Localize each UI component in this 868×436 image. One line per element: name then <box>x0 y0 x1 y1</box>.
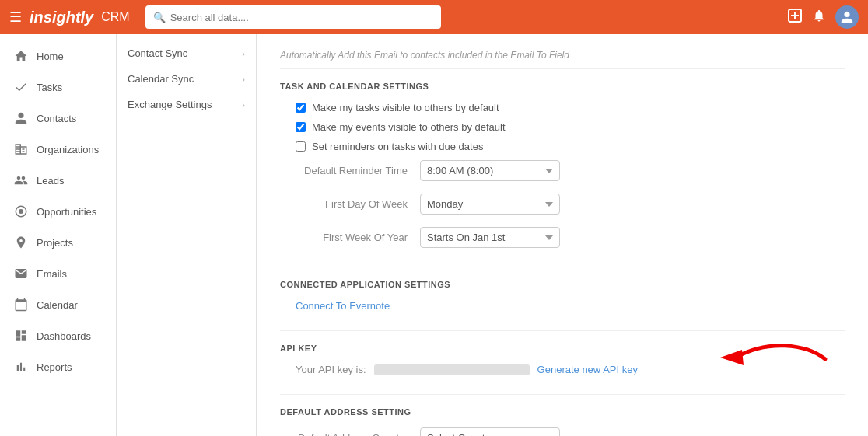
search-input[interactable] <box>170 12 433 23</box>
secondary-sidebar: Contact Sync › Calendar Sync › Exchange … <box>117 34 257 436</box>
default-reminder-label: Default Reminder Time <box>296 165 420 176</box>
sidebar-label-emails: Emails <box>37 268 67 280</box>
sidebar-item-opportunities[interactable]: Opportunities <box>0 196 116 227</box>
connected-apps-section: CONNECTED APPLICATION SETTINGS Connect T… <box>280 280 845 312</box>
sidebar-item-reports[interactable]: Reports <box>0 351 116 382</box>
sidebar-item-organizations[interactable]: Organizations <box>0 134 116 165</box>
divider-default-address <box>280 394 845 395</box>
calendar-icon <box>13 297 29 312</box>
sidebar-label-contacts: Contacts <box>37 113 76 124</box>
sidebar-label-reports: Reports <box>37 361 72 373</box>
reports-icon <box>13 359 29 375</box>
sidebar-item-dashboards[interactable]: Dashboards <box>0 320 116 351</box>
emails-icon <box>13 266 29 281</box>
contacts-icon <box>13 110 29 126</box>
first-day-label: First Day Of Week <box>296 198 420 210</box>
first-week-select[interactable]: Starts On Jan 1st First 4-Day Week First… <box>420 227 560 248</box>
sidebar-label-projects: Projects <box>37 237 73 249</box>
connected-apps-title: CONNECTED APPLICATION SETTINGS <box>280 280 845 289</box>
api-key-value <box>374 364 530 375</box>
secondary-item-calendar-sync[interactable]: Calendar Sync › <box>117 66 256 92</box>
sidebar-item-contacts[interactable]: Contacts <box>0 103 116 134</box>
crm-label: CRM <box>101 10 129 24</box>
default-address-title: DEFAULT ADDRESS SETTING <box>280 407 845 417</box>
first-day-select[interactable]: Monday Sunday Saturday <box>420 194 560 215</box>
avatar[interactable] <box>835 5 859 29</box>
sidebar-label-tasks: Tasks <box>37 82 62 93</box>
sidebar-item-tasks[interactable]: Tasks <box>0 72 116 103</box>
tasks-visible-label: Make my tasks visible to others by defau… <box>312 102 499 113</box>
divider-connected-apps <box>280 267 845 267</box>
bell-icon <box>812 9 826 23</box>
exchange-settings-label: Exchange Settings <box>128 99 212 110</box>
svg-point-4 <box>19 209 23 214</box>
reminders-checkbox[interactable] <box>296 141 306 152</box>
task-calendar-section-title: TASK AND CALENDAR SETTINGS <box>280 82 845 91</box>
primary-sidebar: Home Tasks Contacts Organizations <box>0 34 117 436</box>
leads-icon <box>13 173 29 188</box>
projects-icon <box>13 235 29 250</box>
hamburger-menu[interactable]: ☰ <box>9 9 22 26</box>
checkbox-row-events-visible: Make my events visible to others by defa… <box>296 121 845 133</box>
scroll-hint-text: Automatically Add this Email to contacts… <box>280 50 845 61</box>
default-address-section: DEFAULT ADDRESS SETTING Default Address … <box>280 407 845 436</box>
divider-api-key <box>280 330 845 331</box>
default-country-select[interactable]: Select Country... United States United K… <box>420 427 560 436</box>
contact-sync-label: Contact Sync <box>128 47 187 59</box>
sidebar-label-leads: Leads <box>37 175 64 187</box>
notifications-button[interactable] <box>812 9 826 26</box>
opportunities-icon <box>13 204 29 219</box>
sidebar-label-calendar: Calendar <box>37 299 78 311</box>
secondary-item-contact-sync[interactable]: Contact Sync › <box>117 40 256 66</box>
chevron-right-icon: › <box>242 75 245 84</box>
sidebar-item-emails[interactable]: Emails <box>0 258 116 289</box>
sidebar-item-home[interactable]: Home <box>0 40 116 72</box>
add-button[interactable] <box>787 8 803 27</box>
red-arrow-annotation <box>705 336 829 382</box>
api-key-label: Your API key is: <box>296 364 366 375</box>
default-country-label: Default Address Country <box>296 432 420 436</box>
home-icon <box>13 48 29 64</box>
plus-icon <box>787 8 803 23</box>
user-icon <box>840 10 854 24</box>
default-reminder-select[interactable]: 8:00 AM (8:00) 9:00 AM (9:00) 12:00 PM (… <box>420 160 560 181</box>
dashboards-icon <box>13 328 29 344</box>
main-content: Automatically Add this Email to contacts… <box>257 34 868 436</box>
events-visible-checkbox[interactable] <box>296 122 306 132</box>
sidebar-label-home: Home <box>37 51 64 62</box>
tasks-icon <box>13 79 29 95</box>
search-icon: 🔍 <box>153 12 166 23</box>
sidebar-item-leads[interactable]: Leads <box>0 165 116 196</box>
sidebar-item-projects[interactable]: Projects <box>0 227 116 258</box>
first-day-row: First Day Of Week Monday Sunday Saturday <box>296 194 845 215</box>
checkbox-row-reminders: Set reminders on tasks with due dates <box>296 141 845 152</box>
api-key-row: Your API key is: Generate new API key <box>296 364 845 375</box>
api-key-title: API KEY <box>280 344 845 353</box>
app-logo: insightly <box>30 9 93 26</box>
api-key-section: API KEY Your API key is: Generate new AP… <box>280 344 845 375</box>
app-body: Home Tasks Contacts Organizations <box>0 34 868 436</box>
sidebar-label-dashboards: Dashboards <box>37 330 91 342</box>
search-bar: 🔍 <box>145 5 441 29</box>
organizations-icon <box>13 141 29 157</box>
chevron-right-icon: › <box>242 49 245 58</box>
nav-actions <box>787 5 859 29</box>
default-reminder-row: Default Reminder Time 8:00 AM (8:00) 9:0… <box>296 160 845 181</box>
top-nav: ☰ insightly CRM 🔍 <box>0 0 868 34</box>
first-week-label: First Week Of Year <box>296 232 420 243</box>
checkbox-row-tasks-visible: Make my tasks visible to others by defau… <box>296 102 845 113</box>
sidebar-label-organizations: Organizations <box>37 144 99 155</box>
task-calendar-section: TASK AND CALENDAR SETTINGS Make my tasks… <box>280 82 845 248</box>
sidebar-item-calendar[interactable]: Calendar <box>0 289 116 320</box>
evernote-link-container: Connect To Evernote <box>296 300 845 312</box>
connect-evernote-link[interactable]: Connect To Evernote <box>296 300 390 312</box>
divider-top <box>280 68 845 69</box>
chevron-right-icon: › <box>242 100 245 110</box>
reminders-label: Set reminders on tasks with due dates <box>312 141 483 152</box>
generate-api-key-link[interactable]: Generate new API key <box>537 364 638 375</box>
first-week-row: First Week Of Year Starts On Jan 1st Fir… <box>296 227 845 248</box>
tasks-visible-checkbox[interactable] <box>296 103 306 113</box>
sidebar-label-opportunities: Opportunities <box>37 206 96 218</box>
events-visible-label: Make my events visible to others by defa… <box>312 121 506 133</box>
secondary-item-exchange-settings[interactable]: Exchange Settings › <box>117 92 256 117</box>
